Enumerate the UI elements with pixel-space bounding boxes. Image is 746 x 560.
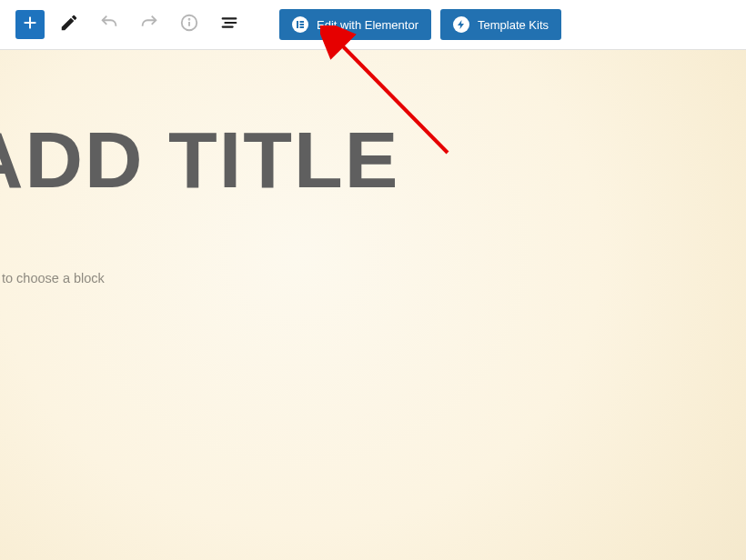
outline-button[interactable] bbox=[214, 9, 245, 40]
add-block-button[interactable] bbox=[15, 10, 45, 39]
plus-icon bbox=[20, 13, 40, 36]
edit-tool-button[interactable] bbox=[54, 9, 85, 40]
undo-icon bbox=[99, 13, 119, 36]
template-kits-button-label: Template Kits bbox=[478, 18, 549, 32]
block-placeholder-hint: to choose a block bbox=[2, 271, 105, 285]
pencil-icon bbox=[59, 13, 79, 36]
elementor-button-label: Edit with Elementor bbox=[317, 18, 418, 32]
editor-canvas[interactable]: ADD TITLE to choose a block bbox=[0, 50, 746, 560]
svg-point-4 bbox=[189, 19, 190, 20]
redo-button[interactable] bbox=[134, 9, 165, 40]
svg-rect-8 bbox=[297, 21, 298, 28]
outline-icon bbox=[219, 13, 239, 36]
info-icon bbox=[179, 13, 199, 36]
redo-icon bbox=[139, 13, 159, 36]
svg-rect-10 bbox=[300, 24, 305, 25]
svg-rect-11 bbox=[300, 26, 305, 28]
edit-with-elementor-button[interactable]: Edit with Elementor bbox=[279, 9, 431, 40]
elementor-icon bbox=[292, 16, 308, 33]
undo-button[interactable] bbox=[94, 9, 125, 40]
svg-rect-9 bbox=[300, 21, 305, 23]
template-kits-button[interactable]: Template Kits bbox=[440, 9, 561, 40]
bolt-icon bbox=[453, 16, 469, 33]
info-button[interactable] bbox=[174, 9, 205, 40]
post-title-input[interactable]: ADD TITLE bbox=[0, 114, 400, 206]
editor-toolbar: Edit with Elementor Template Kits bbox=[0, 0, 746, 50]
